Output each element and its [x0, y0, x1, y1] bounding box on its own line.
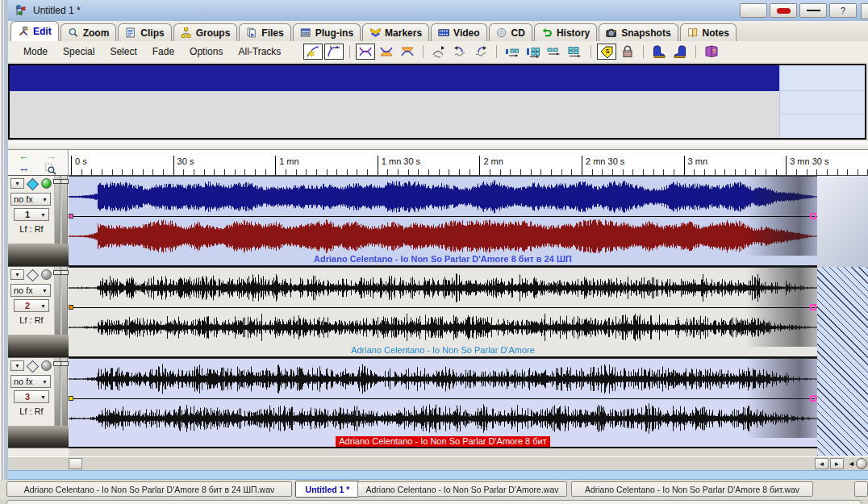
track-pan-slider[interactable] [61, 358, 68, 426]
track-menu-button[interactable]: ▼ [10, 269, 24, 280]
clip-left-handle[interactable] [69, 214, 73, 219]
spread-clips-tool-button[interactable] [545, 44, 564, 60]
clip-label-text[interactable]: Adriano Celentano - Io Non So Parlar D'A… [314, 254, 572, 264]
zoom-knob[interactable] [856, 458, 867, 469]
panel-splitter[interactable] [8, 140, 868, 150]
tab-clips[interactable]: Clips [118, 23, 171, 41]
track-pan-slider[interactable] [61, 176, 68, 244]
track-output-select[interactable]: 1▼ [14, 208, 49, 221]
audio-clip-track-1[interactable]: Adriano Celentano - Io Non So Parlar D'A… [69, 176, 817, 267]
boot-right-tool-button[interactable] [670, 44, 690, 60]
crossfade-left-tool-button[interactable] [377, 44, 396, 60]
file-tab-partial[interactable] [854, 481, 868, 497]
audio-clip-track-2[interactable]: Adriano Celentano - Io Non So Parlar D'A… [69, 267, 817, 358]
slide-left-tool-button[interactable] [450, 44, 469, 60]
pan-slider-handle[interactable] [61, 270, 69, 275]
file-tab[interactable]: Adriano Celentano - Io Non So Parlar D'A… [357, 481, 567, 497]
track-fx-select[interactable]: no fx▼ [10, 193, 51, 206]
tab-snapshots[interactable]: Snapshots [599, 23, 678, 41]
scroll-right-button[interactable]: ► [830, 458, 844, 469]
track-volume-slider[interactable] [54, 176, 61, 244]
track-menu-button[interactable]: ▼ [10, 178, 24, 189]
fade-out-tool-button[interactable] [324, 44, 344, 60]
tab-files[interactable]: Files [239, 23, 290, 41]
track-volume-slider[interactable] [54, 358, 61, 426]
waveform-right-channel[interactable] [69, 308, 817, 347]
crossfade-right-tool-button[interactable] [398, 44, 417, 60]
tab-zoom[interactable]: Zoom [61, 23, 117, 41]
track-output-select[interactable]: 2▼ [14, 299, 49, 312]
minimize-button[interactable] [799, 3, 827, 18]
track-active-led[interactable] [41, 269, 52, 280]
align-clip-tool-button[interactable] [503, 44, 522, 60]
track-record-diamond[interactable] [27, 269, 38, 281]
track-menu-button[interactable]: ▼ [10, 360, 24, 371]
waveform-left-channel[interactable] [69, 360, 817, 398]
crossfade-tool-button[interactable] [356, 44, 375, 60]
overview-highlight-bar[interactable] [10, 65, 779, 91]
tab-video[interactable]: Video [431, 23, 486, 41]
boot-left-tool-button[interactable] [649, 44, 669, 60]
tag-tool-button[interactable]: S [597, 44, 616, 60]
clip-left-handle[interactable] [69, 396, 73, 401]
waveform-left-channel[interactable] [69, 177, 817, 216]
track-active-led[interactable] [41, 360, 52, 371]
spread-grid-tool-button[interactable] [565, 44, 585, 60]
track-record-diamond[interactable] [27, 178, 38, 190]
overview-panel[interactable] [8, 64, 866, 140]
waveform-right-channel[interactable] [69, 399, 817, 438]
menu-special[interactable]: Special [63, 46, 94, 57]
slide-right-tool-button[interactable] [471, 44, 490, 60]
h-resize-icon[interactable]: ↔ [19, 164, 29, 173]
file-tab[interactable]: Adriano Celentano - Io Non So Parlar D'A… [6, 481, 292, 497]
track-active-led[interactable] [41, 178, 52, 189]
help-book-tool-button[interactable]: ? [702, 44, 721, 60]
titlebar[interactable]: Untitled 1 * M ? [8, 0, 868, 22]
forward-arrow-icon[interactable]: → [46, 152, 56, 161]
clip-label-text[interactable]: Adriano Celentano - Io Non So Parlar D'A… [336, 436, 549, 447]
titlebar-m-button[interactable]: M [740, 3, 767, 18]
tab-plugins[interactable]: Plug-ins [293, 23, 361, 41]
track-pan-slider[interactable] [61, 267, 68, 335]
track-output-select[interactable]: 3▼ [14, 390, 49, 403]
tab-cd[interactable]: CD [489, 23, 532, 41]
waveform-left-channel[interactable] [69, 269, 817, 307]
align-grid-tool-button[interactable] [524, 44, 543, 60]
clip-right-handle[interactable] [810, 213, 816, 219]
tab-edit[interactable]: Edit [10, 21, 59, 41]
lock-tool-button[interactable] [618, 44, 637, 60]
track-fx-select[interactable]: no fx▼ [10, 284, 51, 297]
menu-fade[interactable]: Fade [152, 46, 174, 57]
track-fx-select[interactable]: no fx▼ [10, 375, 51, 388]
file-tab-active[interactable]: Untitled 1 * [295, 481, 360, 498]
pan-slider-handle[interactable] [61, 361, 69, 366]
clip-left-handle[interactable] [69, 305, 73, 310]
track-record-diamond[interactable] [27, 360, 38, 372]
tab-markers[interactable]: Markers [362, 23, 429, 41]
record-button[interactable] [770, 3, 797, 18]
zoom-region-icon[interactable] [44, 163, 56, 175]
timeline-ruler[interactable]: 0 s30 s1 mn1 mn 30 s2 mn2 mn 30 s3 mn3 m… [69, 150, 868, 176]
menu-select[interactable]: Select [110, 46, 136, 57]
menu-options[interactable]: Options [190, 46, 223, 57]
file-tab[interactable]: Adriano Celentano - Io Non So Parlar D'A… [571, 481, 813, 497]
scrollbar-thumb[interactable] [69, 458, 82, 469]
titlebar-edge-button[interactable] [861, 3, 868, 19]
track-volume-slider[interactable] [54, 267, 61, 335]
help-button[interactable]: ? [829, 3, 857, 18]
crossfade-move-tool-button[interactable] [429, 44, 449, 60]
back-arrow-icon[interactable]: ← [19, 152, 29, 161]
waveform-right-channel[interactable] [69, 217, 817, 256]
menu-alltracks[interactable]: All-Tracks [238, 46, 281, 57]
tab-history[interactable]: History [534, 23, 597, 41]
tab-groups[interactable]: Groups [173, 23, 238, 41]
clip-right-handle[interactable] [810, 304, 816, 310]
menu-mode[interactable]: Mode [23, 46, 48, 57]
clip-label-text[interactable]: Adriano Celentano - Io Non So Parlar D'A… [351, 345, 535, 355]
pan-slider-handle[interactable] [61, 179, 69, 184]
tab-notes[interactable]: Notes [680, 23, 737, 41]
scroll-left-button[interactable]: ◄ [815, 458, 828, 469]
fade-in-tool-button[interactable] [303, 44, 323, 60]
audio-clip-track-3[interactable]: Adriano Celentano - Io Non So Parlar D'A… [69, 358, 817, 448]
clip-right-handle[interactable] [810, 395, 816, 402]
